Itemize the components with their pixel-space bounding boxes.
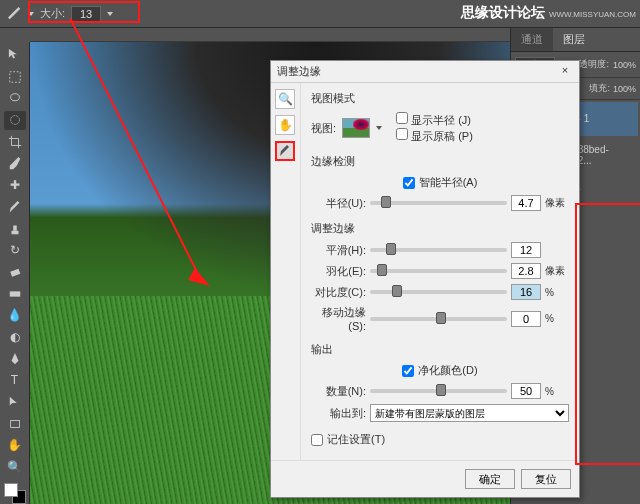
brush-size-input[interactable] <box>71 6 101 22</box>
ok-button[interactable]: 确定 <box>465 469 515 489</box>
adjust-edge-section: 调整边缘 <box>311 221 569 236</box>
move-tool[interactable] <box>4 46 26 65</box>
ruler-horizontal <box>30 28 510 42</box>
smart-radius-label: 智能半径(A) <box>419 175 478 190</box>
history-brush-tool[interactable]: ↻ <box>4 241 26 260</box>
size-dropdown[interactable] <box>107 12 113 16</box>
svg-point-1 <box>10 93 19 100</box>
feather-slider[interactable] <box>370 269 507 273</box>
radius-label: 半径(U): <box>311 196 366 211</box>
smooth-label: 平滑(H): <box>311 243 366 258</box>
remember-checkbox[interactable] <box>311 434 323 446</box>
blur-tool[interactable]: 💧 <box>4 306 26 325</box>
smart-radius-checkbox[interactable] <box>403 177 415 189</box>
type-tool[interactable]: T <box>4 371 26 390</box>
watermark-text: 思缘设计论坛 <box>461 4 545 20</box>
show-radius-checkbox[interactable] <box>396 112 408 124</box>
amount-label: 数量(N): <box>311 384 366 399</box>
amount-unit: % <box>545 386 569 397</box>
dialog-title: 调整边缘 <box>277 64 321 79</box>
zoom-tool-icon[interactable]: 🔍 <box>275 89 295 109</box>
cancel-button[interactable]: 复位 <box>521 469 571 489</box>
contrast-input[interactable] <box>511 284 541 300</box>
crop-tool[interactable] <box>4 133 26 152</box>
brush-preset-dropdown[interactable] <box>28 12 34 16</box>
output-to-select[interactable]: 新建带有图层蒙版的图层 <box>370 404 569 422</box>
contrast-label: 对比度(C): <box>311 285 366 300</box>
svg-rect-6 <box>9 291 20 296</box>
tools-panel: ✚ ↻ 💧 ◐ T ✋ 🔍 <box>0 42 30 504</box>
shift-input[interactable] <box>511 311 541 327</box>
feather-label: 羽化(E): <box>311 264 366 279</box>
svg-rect-7 <box>10 420 19 427</box>
feather-unit: 像素 <box>545 264 569 278</box>
stamp-tool[interactable] <box>4 219 26 238</box>
view-mode-section: 视图模式 <box>311 91 569 106</box>
contrast-unit: % <box>545 287 569 298</box>
tab-channels[interactable]: 通道 <box>511 28 553 51</box>
decontaminate-label: 净化颜色(D) <box>418 363 477 378</box>
close-icon[interactable]: × <box>557 64 573 80</box>
svg-rect-0 <box>9 72 20 83</box>
refine-brush-icon[interactable] <box>275 141 295 161</box>
healing-tool[interactable]: ✚ <box>4 176 26 195</box>
marquee-tool[interactable] <box>4 68 26 87</box>
show-original-checkbox[interactable] <box>396 128 408 140</box>
brush-tool[interactable] <box>4 198 26 217</box>
fill-value[interactable]: 100% <box>613 84 636 94</box>
size-label: 大小: <box>40 6 65 21</box>
quick-select-tool[interactable] <box>4 111 26 130</box>
svg-rect-4 <box>13 225 17 230</box>
view-mode-thumb[interactable] <box>342 118 370 138</box>
watermark-url: WWW.MISSYUAN.COM <box>549 10 636 19</box>
output-to-label: 输出到: <box>311 406 366 421</box>
svg-point-2 <box>10 116 19 125</box>
dodge-tool[interactable]: ◐ <box>4 328 26 347</box>
decontaminate-checkbox[interactable] <box>402 365 414 377</box>
svg-rect-5 <box>10 269 20 277</box>
shift-slider[interactable] <box>370 317 507 321</box>
radius-input[interactable] <box>511 195 541 211</box>
shift-label: 移动边缘(S): <box>311 305 366 332</box>
eyedropper-tool[interactable] <box>4 154 26 173</box>
pen-tool[interactable] <box>4 349 26 368</box>
smooth-slider[interactable] <box>370 248 507 252</box>
show-original-label: 显示原稿 (P) <box>411 130 473 142</box>
shift-unit: % <box>545 313 569 324</box>
opacity-value[interactable]: 100% <box>613 60 636 70</box>
radius-slider[interactable] <box>370 201 507 205</box>
remember-label: 记住设置(T) <box>327 432 385 447</box>
rectangle-tool[interactable] <box>4 414 26 433</box>
hand-tool[interactable]: ✋ <box>4 436 26 455</box>
show-radius-label: 显示半径 (J) <box>411 114 471 126</box>
zoom-tool[interactable]: 🔍 <box>4 458 26 477</box>
brush-icon <box>8 7 22 21</box>
radius-unit: 像素 <box>545 196 569 210</box>
refine-edge-dialog: 调整边缘 × 🔍 ✋ 视图模式 视图: 显示半径 (J) 显示原稿 (P) <box>270 60 580 498</box>
svg-rect-3 <box>11 230 18 234</box>
output-section: 输出 <box>311 342 569 357</box>
view-dropdown[interactable] <box>376 126 382 130</box>
lasso-tool[interactable] <box>4 89 26 108</box>
path-select-tool[interactable] <box>4 393 26 412</box>
amount-input[interactable] <box>511 383 541 399</box>
edge-detect-section: 边缘检测 <box>311 154 569 169</box>
fill-label: 填充: <box>589 82 610 95</box>
amount-slider[interactable] <box>370 389 507 393</box>
smooth-input[interactable] <box>511 242 541 258</box>
feather-input[interactable] <box>511 263 541 279</box>
eraser-tool[interactable] <box>4 263 26 282</box>
hand-tool-icon[interactable]: ✋ <box>275 115 295 135</box>
gradient-tool[interactable] <box>4 284 26 303</box>
color-swatches[interactable] <box>4 483 26 504</box>
view-label: 视图: <box>311 121 336 136</box>
contrast-slider[interactable] <box>370 290 507 294</box>
tab-layers[interactable]: 图层 <box>553 28 595 51</box>
